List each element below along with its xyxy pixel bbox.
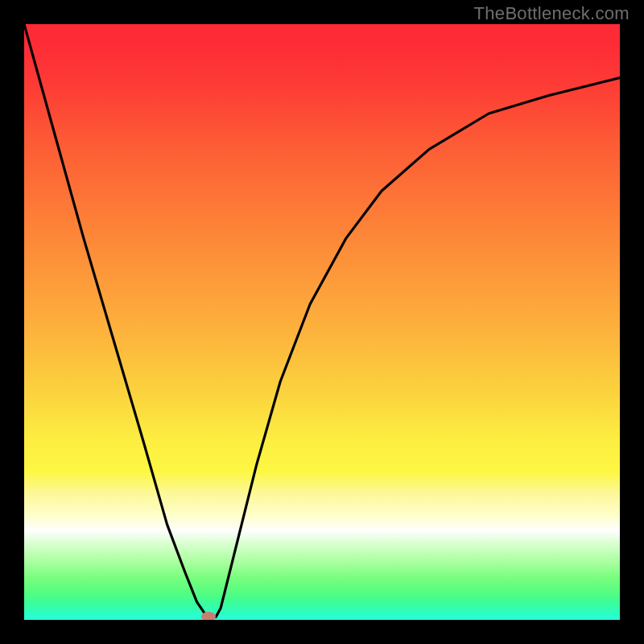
plot-area (24, 24, 620, 620)
watermark-text: TheBottleneck.com (474, 3, 630, 24)
optimal-point-marker (201, 612, 216, 620)
bottleneck-curve (24, 24, 620, 620)
chart-frame: TheBottleneck.com (0, 0, 644, 644)
